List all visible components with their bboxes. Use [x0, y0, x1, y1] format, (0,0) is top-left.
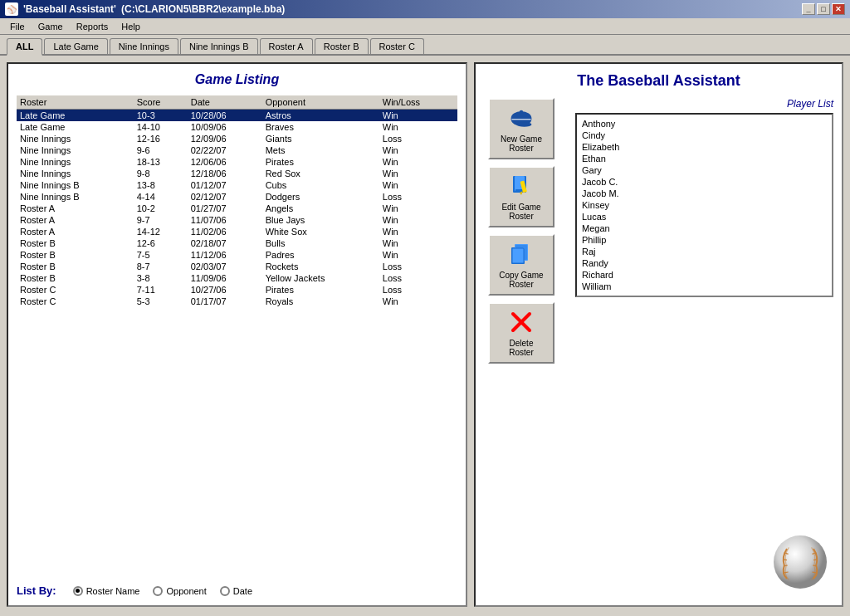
player-item[interactable]: Elizabeth	[580, 141, 828, 153]
baseball-assistant-title: The Baseball Assistant	[577, 72, 740, 90]
player-item[interactable]: Anthony	[580, 118, 828, 130]
menu-bar: File Game Reports Help	[0, 18, 850, 35]
player-item[interactable]: Jacob M.	[580, 188, 828, 199]
cell-roster: Roster B	[17, 261, 134, 272]
player-item[interactable]: Megan	[580, 222, 828, 234]
player-item[interactable]: William	[580, 281, 828, 292]
tab-roster-c[interactable]: Roster C	[370, 38, 424, 54]
table-row[interactable]: Late Game 14-10 10/09/06 Braves Win	[17, 121, 457, 133]
table-row[interactable]: Nine Innings 12-16 12/09/06 Giants Loss	[17, 133, 457, 144]
cell-score: 13-8	[134, 179, 188, 191]
cell-opponent: Cubs	[262, 179, 379, 191]
player-item[interactable]: Cindy	[580, 130, 828, 141]
player-list-area: Player List AnthonyCindyElizabethEthanGa…	[567, 98, 833, 364]
cell-result: Win	[379, 203, 457, 214]
baseball-graphic	[767, 529, 833, 597]
cell-score: 8-7	[134, 261, 188, 272]
radio-opponent-label: Opponent	[166, 586, 206, 596]
delete-roster-button[interactable]: DeleteRoster	[488, 302, 554, 364]
player-item[interactable]: Randy	[580, 257, 828, 269]
tab-roster-b[interactable]: Roster B	[315, 38, 369, 54]
table-row[interactable]: Roster C 7-11 10/27/06 Pirates Loss	[17, 284, 457, 296]
radio-date[interactable]: Date	[220, 586, 252, 596]
table-row[interactable]: Nine Innings B 13-8 01/12/07 Cubs Win	[17, 179, 457, 191]
player-item[interactable]: Raj	[580, 246, 828, 257]
table-row[interactable]: Roster C 5-3 01/17/07 Royals Win	[17, 296, 457, 307]
table-row[interactable]: Roster A 9-7 11/07/06 Blue Jays Win	[17, 214, 457, 226]
cell-roster: Nine Innings	[17, 133, 134, 144]
copy-game-roster-label: Copy GameRoster	[499, 271, 543, 289]
cell-score: 12-16	[134, 133, 188, 144]
col-date: Date	[188, 95, 262, 110]
cell-score: 9-6	[134, 144, 188, 156]
player-item[interactable]: Richard	[580, 269, 828, 281]
cell-result: Loss	[379, 272, 457, 284]
right-panel: The Baseball Assistant	[474, 62, 843, 607]
cell-date: 11/12/06	[188, 249, 262, 261]
table-row[interactable]: Roster B 3-8 11/09/06 Yellow Jackets Los…	[17, 272, 457, 284]
table-row[interactable]: Nine Innings B 4-14 02/12/07 Dodgers Los…	[17, 191, 457, 203]
player-item[interactable]: Phillip	[580, 234, 828, 246]
table-row[interactable]: Roster B 7-5 11/12/06 Padres Win	[17, 249, 457, 261]
table-row[interactable]: Roster A 14-12 11/02/06 White Sox Win	[17, 226, 457, 237]
cell-opponent: Giants	[262, 133, 379, 144]
cell-roster: Nine Innings B	[17, 191, 134, 203]
menu-help[interactable]: Help	[115, 20, 147, 33]
delete-roster-label: DeleteRoster	[509, 339, 533, 357]
cell-result: Loss	[379, 191, 457, 203]
col-opponent: Opponent	[262, 95, 379, 110]
menu-game[interactable]: Game	[32, 20, 70, 33]
cell-opponent: Padres	[262, 249, 379, 261]
maximize-button[interactable]: □	[817, 3, 830, 15]
cell-roster: Roster C	[17, 284, 134, 296]
cell-score: 10-3	[134, 110, 188, 122]
table-row[interactable]: Nine Innings 9-8 12/18/06 Red Sox Win	[17, 168, 457, 179]
cell-result: Win	[379, 110, 457, 122]
cell-score: 12-6	[134, 237, 188, 249]
cell-roster: Nine Innings	[17, 168, 134, 179]
cell-date: 10/27/06	[188, 284, 262, 296]
player-item[interactable]: Jacob C.	[580, 176, 828, 188]
radio-opponent[interactable]: Opponent	[153, 586, 206, 596]
cell-opponent: Astros	[262, 110, 379, 122]
table-row[interactable]: Late Game 10-3 10/28/06 Astros Win	[17, 110, 457, 122]
cell-opponent: Bulls	[262, 237, 379, 249]
player-item[interactable]: Lucas	[580, 211, 828, 222]
cell-date: 02/22/07	[188, 144, 262, 156]
col-score: Score	[134, 95, 188, 110]
table-row[interactable]: Roster A 10-2 01/27/07 Angels Win	[17, 203, 457, 214]
new-game-roster-button[interactable]: New GameRoster	[488, 98, 554, 159]
player-list-box: AnthonyCindyElizabethEthanGaryJacob C.Ja…	[575, 113, 833, 297]
copy-game-roster-button[interactable]: Copy GameRoster	[488, 234, 554, 296]
player-item[interactable]: Kinsey	[580, 199, 828, 211]
svg-point-1	[517, 122, 532, 126]
cell-result: Loss	[379, 284, 457, 296]
tab-nine-innings-b[interactable]: Nine Innings B	[180, 38, 258, 54]
cell-roster: Roster B	[17, 272, 134, 284]
cap-icon	[508, 105, 535, 131]
tab-late-game[interactable]: Late Game	[44, 38, 107, 54]
table-row[interactable]: Roster B 12-6 02/18/07 Bulls Win	[17, 237, 457, 249]
table-row[interactable]: Nine Innings 18-13 12/06/06 Pirates Win	[17, 156, 457, 168]
menu-reports[interactable]: Reports	[70, 20, 115, 33]
tab-roster-a[interactable]: Roster A	[260, 38, 313, 54]
player-item[interactable]: Gary	[580, 164, 828, 176]
cell-opponent: Pirates	[262, 156, 379, 168]
tab-all[interactable]: ALL	[7, 38, 42, 56]
cell-opponent: Pirates	[262, 284, 379, 296]
minimize-button[interactable]: _	[802, 3, 815, 15]
svg-line-19	[784, 565, 788, 566]
tab-nine-innings[interactable]: Nine Innings	[110, 38, 178, 54]
menu-file[interactable]: File	[3, 20, 32, 33]
delete-icon	[508, 309, 535, 335]
radio-roster-name[interactable]: Roster Name	[73, 586, 140, 596]
close-button[interactable]: ✕	[832, 3, 845, 15]
cell-result: Win	[379, 237, 457, 249]
table-row[interactable]: Nine Innings 9-6 02/22/07 Mets Win	[17, 144, 457, 156]
table-row[interactable]: Roster B 8-7 02/03/07 Rockets Loss	[17, 261, 457, 272]
edit-game-roster-label: Edit GameRoster	[501, 203, 540, 221]
edit-game-roster-button[interactable]: Edit GameRoster	[488, 166, 554, 227]
svg-point-16	[774, 535, 827, 589]
player-item[interactable]: Ethan	[580, 153, 828, 164]
radio-date-circle	[220, 586, 230, 596]
